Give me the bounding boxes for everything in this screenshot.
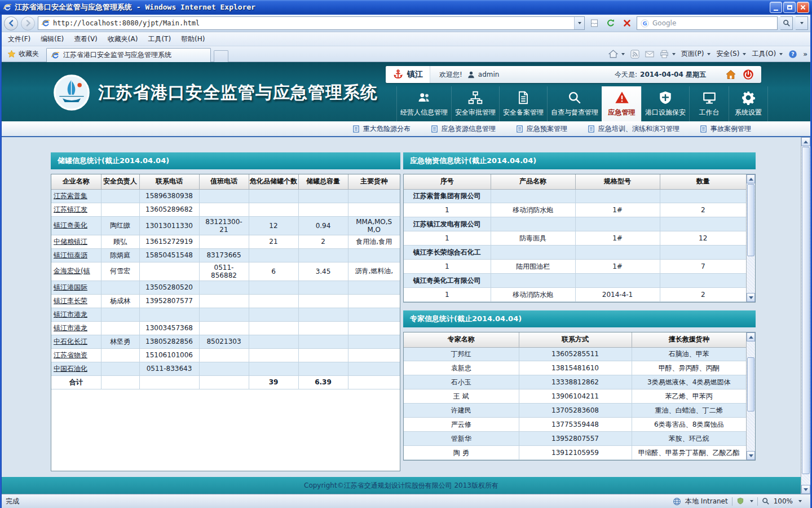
page-menu-button[interactable]: 页面(P) (681, 49, 711, 59)
forward-button[interactable] (21, 16, 35, 30)
address-field[interactable]: http://localhost:8080/yjpt/Main.html (38, 16, 585, 30)
company-link[interactable]: 江苏镇江发 (51, 203, 101, 216)
menu-item[interactable]: 帮助(H) (176, 33, 210, 46)
menu-item[interactable]: 查看(V) (69, 33, 103, 46)
menu-item[interactable]: 工具(T) (143, 33, 176, 46)
address-dropdown-button[interactable] (574, 17, 584, 29)
cell-empty (575, 189, 660, 203)
cell-expert-name: 王 斌 (404, 389, 519, 404)
company-link[interactable]: 中储粮镇江 (51, 235, 101, 248)
home-button[interactable] (608, 49, 625, 59)
favorites-button[interactable]: 收藏夹 (3, 48, 43, 60)
scroll-down-button[interactable] (801, 485, 810, 494)
scroll-thumb[interactable] (747, 184, 754, 256)
nav-item-doc[interactable]: 安全备案管理 (499, 86, 547, 121)
scroll-thumb[interactable] (802, 147, 810, 474)
nav-item-shield[interactable]: 港口设施保安 (641, 86, 689, 121)
scroll-up-button[interactable] (801, 137, 810, 146)
read-mail-button[interactable] (645, 50, 654, 59)
company-link[interactable]: 江苏索普集 (51, 189, 101, 203)
column-header: 产品名称 (491, 174, 575, 189)
subnav-item[interactable]: 事故案例管理 (700, 124, 751, 134)
org-icon (468, 90, 483, 105)
print-button[interactable] (660, 50, 676, 59)
safety-menu-button[interactable]: 安全(S) (716, 49, 746, 59)
supplies-scrollbar[interactable] (746, 174, 755, 302)
protected-mode-icon[interactable] (736, 497, 744, 505)
scroll-thumb[interactable] (747, 357, 754, 411)
subnav-item[interactable]: 应急资源信息管理 (431, 124, 496, 134)
url-text[interactable]: http://localhost:8080/yjpt/Main.html (53, 19, 574, 27)
cell-qty: 2 (660, 203, 746, 217)
cell-cargo (348, 308, 400, 321)
home-icon[interactable] (725, 69, 736, 80)
company-link[interactable]: 江苏省物资 (51, 348, 101, 362)
help-button[interactable]: ? (788, 50, 797, 59)
cell-empty (139, 375, 199, 389)
experts-panel-title: 专家信息统计(截止2014.04.04) (410, 314, 522, 324)
compatibility-view-button[interactable] (588, 17, 601, 29)
cell-product: 防毒面具 (491, 231, 575, 246)
company-link[interactable]: 镇江港国际 (51, 281, 101, 294)
scroll-up-button[interactable] (747, 174, 755, 183)
cell-phone: 15850451548 (139, 248, 199, 262)
nav-item-org[interactable]: 安全审批管理 (451, 86, 499, 121)
nav-item-warning[interactable]: 应急管理 (602, 86, 641, 121)
subnav-item[interactable]: 重大危险源分布 (352, 124, 411, 134)
cell-spec: 1# (575, 203, 660, 217)
back-button[interactable] (4, 16, 18, 30)
company-link[interactable]: 镇江恒泰沥 (51, 248, 101, 262)
cell-cargo (348, 189, 400, 203)
nav-item-search[interactable]: 自查与督查管理 (547, 86, 602, 121)
protected-mode-caret[interactable] (750, 500, 753, 502)
feeds-button[interactable] (630, 50, 639, 59)
stop-button[interactable] (620, 17, 634, 29)
cell-contact: 13605285511 (519, 347, 632, 361)
nav-item-gear[interactable]: 系统设置 (729, 86, 768, 121)
table-row: 江苏索普集团有限公司 (404, 189, 746, 203)
search-options-button[interactable] (796, 16, 808, 30)
port-selector[interactable]: 镇江 (386, 66, 430, 83)
subnav-item[interactable]: 应急培训、演练和演习管理 (588, 124, 679, 134)
scroll-up-button[interactable] (747, 332, 755, 341)
column-header: 值班电话 (199, 174, 249, 189)
column-header: 规格型号 (575, 174, 660, 189)
nav-item-users[interactable]: 经营人信息管理 (396, 86, 451, 121)
cell-empty (575, 246, 660, 260)
new-tab-button[interactable] (214, 50, 228, 62)
company-link[interactable]: 金海宏业(镇 (51, 262, 101, 281)
scroll-down-button[interactable] (747, 451, 755, 460)
company-link[interactable]: 镇江市港龙 (51, 321, 101, 335)
close-button[interactable] (797, 2, 809, 13)
company-link[interactable]: 中国石油化 (51, 362, 101, 375)
toolbar-overflow-button[interactable]: » (803, 50, 807, 58)
company-link[interactable]: 镇江奇美化 (51, 216, 101, 235)
tools-menu-button[interactable]: 工具(O) (752, 49, 783, 59)
subnav-item[interactable]: 应急预案管理 (516, 124, 567, 134)
zoom-level[interactable]: 100% (774, 497, 793, 505)
restore-button[interactable] (783, 2, 796, 13)
cell-officer (101, 189, 139, 203)
refresh-button[interactable] (604, 17, 617, 29)
company-link[interactable]: 中石化长江 (51, 335, 101, 348)
cell-tank-count (249, 308, 298, 321)
menu-item[interactable]: 文件(F) (3, 33, 36, 46)
search-button[interactable] (780, 16, 793, 30)
menu-item[interactable]: 编辑(E) (36, 33, 69, 46)
menu-item[interactable]: 收藏夹(A) (103, 33, 143, 46)
scroll-down-button[interactable] (747, 293, 755, 302)
ie-logo-icon (3, 3, 12, 12)
cell-capacity (298, 189, 348, 203)
experts-scrollbar[interactable] (746, 332, 755, 460)
page-scrollbar[interactable] (801, 137, 810, 494)
nav-item-monitor[interactable]: 工作台 (689, 86, 729, 121)
browser-tab[interactable]: 江苏省港口安全监管与应急管理系统 (46, 48, 211, 62)
search-input[interactable]: Google (652, 19, 774, 27)
minimize-button[interactable] (770, 2, 782, 13)
zoom-caret[interactable] (798, 500, 802, 502)
company-link[interactable]: 镇江市港龙 (51, 308, 101, 321)
search-box[interactable]: G Google (637, 16, 778, 30)
table-row: 江苏索普集15896380938 (51, 189, 400, 203)
company-link[interactable]: 镇江李长荣 (51, 294, 101, 308)
logout-icon[interactable] (743, 69, 754, 80)
